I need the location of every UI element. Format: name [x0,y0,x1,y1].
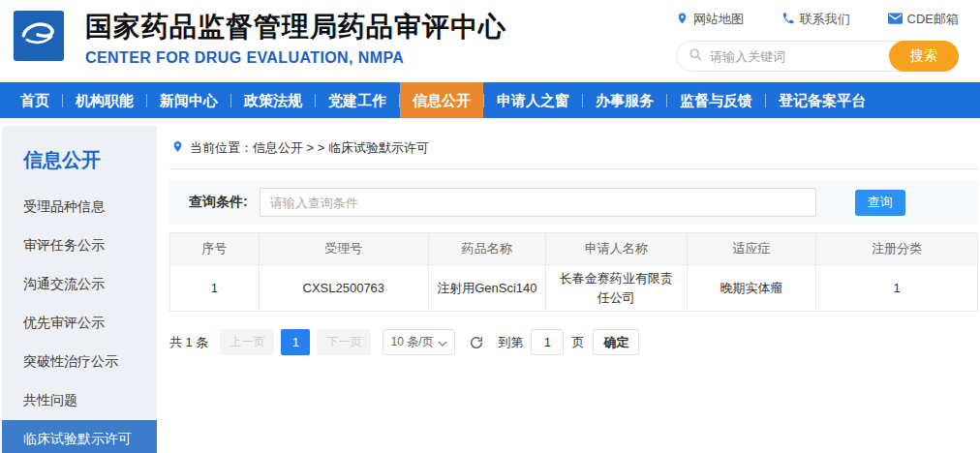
nav-item-info-disclosure[interactable]: 信息公开 [400,82,483,118]
col-header-drug-name: 药品名称 [428,233,545,265]
pagination: 共 1 条 上一页 1 下一页 10 条/页 到第 页 确定 [169,329,978,355]
cell-indication: 晚期实体瘤 [687,265,815,312]
site-search-input[interactable] [710,49,889,64]
page-size-select[interactable]: 10 条/页 [383,329,455,355]
nav-item-supervision-feedback[interactable]: 监督与反馈 [667,82,765,118]
cde-mailbox-link-label: CDE邮箱 [907,11,959,28]
main-nav: 首页 机构职能 新闻中心 政策法规 党建工作 信息公开 申请人之窗 办事服务 监… [0,82,980,118]
nav-item-organization[interactable]: 机构职能 [63,82,146,118]
goto-label: 到第 [498,334,523,351]
site-titles: 国家药品监督管理局药品审评中心 CENTER FOR DRUG EVALUATI… [85,9,506,67]
col-header-applicant-name: 申请人名称 [545,233,687,265]
search-icon [689,47,703,66]
sidebar-item-breakthrough-therapy[interactable]: 突破性治疗公示 [2,343,157,381]
contact-us-link-label: 联系我们 [800,11,850,28]
location-pin-icon [676,12,689,28]
breadcrumb: 当前位置：信息公开 > > 临床试验默示许可 [169,134,978,169]
sitemap-link[interactable]: 网站地图 [676,11,744,28]
mail-icon [888,13,903,27]
phone-icon [781,12,795,28]
header-right: 网站地图 联系我们 CDE邮箱 搜索 [676,11,959,72]
col-header-indication: 适应症 [687,233,815,265]
query-label: 查询条件: [189,194,248,211]
site-header: 国家药品监督管理局药品审评中心 CENTER FOR DRUG EVALUATI… [0,0,980,82]
nav-item-services[interactable]: 办事服务 [583,82,666,118]
refresh-icon[interactable] [469,335,484,350]
next-page-button[interactable]: 下一页 [317,329,371,355]
query-input[interactable] [260,188,816,217]
nav-item-party-building[interactable]: 党建工作 [316,82,399,118]
prev-page-button[interactable]: 上一页 [220,329,274,355]
contact-us-link[interactable]: 联系我们 [781,11,850,28]
sidebar-item-clinical-trial-implied-license[interactable]: 临床试验默示许可 [2,420,157,453]
page-suffix: 页 [571,334,584,351]
site-search-button[interactable]: 搜索 [889,41,959,72]
query-button[interactable]: 查询 [855,190,905,216]
nav-item-applicant-window[interactable]: 申请人之窗 [484,82,582,118]
site-subtitle: CENTER FOR DRUG EVALUATION, NMPA [85,49,506,67]
table-header-row: 序号 受理号 药品名称 申请人名称 适应症 注册分类 [170,233,978,265]
site-search: 搜索 [676,41,959,72]
nav-item-policies[interactable]: 政策法规 [231,82,315,118]
results-table: 序号 受理号 药品名称 申请人名称 适应症 注册分类 1 CXSL2500763… [169,232,978,312]
col-header-serial: 序号 [170,233,260,265]
chevron-down-icon [438,336,447,349]
cell-registration-category: 1 [816,265,978,312]
sidebar: 信息公开 受理品种信息 审评任务公示 沟通交流公示 优先审评公示 突破性治疗公示… [2,126,157,453]
page-size-value: 10 条/页 [390,334,433,350]
cell-serial: 1 [170,265,260,312]
cell-applicant-name: 长春金赛药业有限责任公司 [545,265,687,312]
cell-drug-name: 注射用GenSci140 [428,265,545,312]
total-count: 共 1 条 [169,334,208,351]
sidebar-item-common-issues[interactable]: 共性问题 [2,381,157,420]
site-title: 国家药品监督管理局药品审评中心 [85,9,506,45]
breadcrumb-text: 当前位置：信息公开 > > 临床试验默示许可 [190,139,429,157]
confirm-button[interactable]: 确定 [593,329,639,355]
col-header-acceptance-no: 受理号 [259,233,428,265]
nav-item-news[interactable]: 新闻中心 [147,82,230,118]
sidebar-item-accepted-varieties[interactable]: 受理品种信息 [2,188,157,226]
quick-links: 网站地图 联系我们 CDE邮箱 [676,11,959,28]
location-pin-icon [171,139,184,157]
sidebar-item-review-tasks[interactable]: 审评任务公示 [2,226,157,265]
main-content: 当前位置：信息公开 > > 临床试验默示许可 查询条件: 查询 序号 受理号 药… [157,126,980,453]
nav-item-home[interactable]: 首页 [8,82,62,118]
nav-item-registration-platform[interactable]: 登记备案平台 [766,82,878,118]
cde-mailbox-link[interactable]: CDE邮箱 [888,11,959,28]
cde-logo [14,11,64,61]
query-bar: 查询条件: 查询 [169,180,978,225]
sidebar-item-communication[interactable]: 沟通交流公示 [2,265,157,304]
swan-logo-icon [18,14,59,58]
table-row[interactable]: 1 CXSL2500763 注射用GenSci140 长春金赛药业有限责任公司 … [170,265,978,312]
page-content: 信息公开 受理品种信息 审评任务公示 沟通交流公示 优先审评公示 突破性治疗公示… [0,126,980,453]
sidebar-item-priority-review[interactable]: 优先审评公示 [2,304,157,343]
goto-page-input[interactable] [531,329,564,355]
cell-acceptance-no: CXSL2500763 [259,265,428,312]
sidebar-title: 信息公开 [2,141,157,188]
col-header-registration-category: 注册分类 [816,233,978,265]
sitemap-link-label: 网站地图 [693,11,744,28]
current-page-button[interactable]: 1 [281,329,310,355]
